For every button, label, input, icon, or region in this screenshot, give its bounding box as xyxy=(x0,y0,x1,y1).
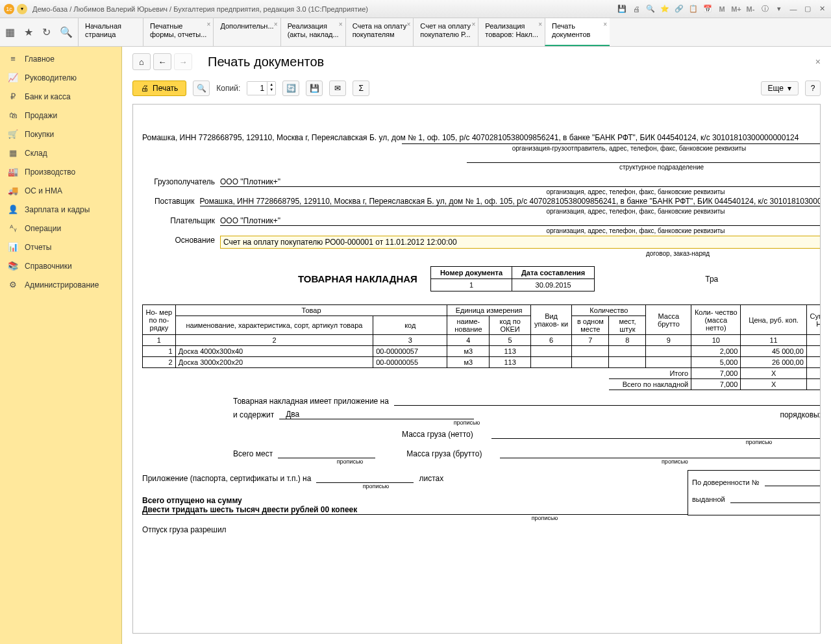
ruble-icon: ₽ xyxy=(8,92,18,101)
preview-button[interactable]: 🔍 xyxy=(193,80,210,96)
titlebar: 1c ▾ Демо-база / Любимов Валерий Юрьевич… xyxy=(0,0,831,18)
page-header: ⌂ ← → Печать документов × xyxy=(122,47,831,77)
gear-icon: ⚙ xyxy=(8,280,18,290)
tab-close-icon[interactable]: × xyxy=(538,21,542,29)
sidebar-item-operations[interactable]: ᴬᵧОперации xyxy=(0,219,121,238)
doc-number: 1 xyxy=(430,279,512,291)
document-area[interactable]: Ут Ромашка, ИНН 7728668795, 129110, Моск… xyxy=(132,104,821,634)
truck-icon: 🚚 xyxy=(8,186,18,195)
save-button[interactable]: 💾 xyxy=(306,80,323,96)
sidebar-item-reports[interactable]: 📊Отчеты xyxy=(0,238,121,256)
sidebar-item-fixed-assets[interactable]: 🚚ОС и НМА xyxy=(0,181,121,200)
tab-invoice-to-buyer[interactable]: ×Счет на оплатупокупателю Р... xyxy=(413,18,478,46)
table-row: 1 Доска 4000х300х40 00-00000057 м3 113 2… xyxy=(143,346,821,357)
dropdown-icon[interactable]: ▾ xyxy=(774,4,784,14)
tab-print-documents[interactable]: ×Печатьдокументов xyxy=(545,18,610,46)
tab-start-page[interactable]: Начальнаястраница xyxy=(78,18,143,46)
sidebar-item-sales[interactable]: 🛍Продажи xyxy=(0,106,121,125)
calc-icon[interactable]: 📋 xyxy=(688,4,699,14)
help-button[interactable]: ? xyxy=(805,80,821,96)
star-icon[interactable]: ★ xyxy=(24,26,33,38)
sidebar-item-label: Операции xyxy=(25,224,61,233)
sidebar-item-main[interactable]: ≡Главное xyxy=(0,49,121,68)
copies-label: Копий: xyxy=(216,84,240,93)
sidebar-item-production[interactable]: 🏭Производство xyxy=(0,162,121,181)
tab-close-icon[interactable]: × xyxy=(274,21,278,29)
window-title: Демо-база / Любимов Валерий Юрьевич / Бу… xyxy=(32,5,368,13)
apps-icon[interactable]: ▦ xyxy=(5,26,15,38)
struct-sublabel: структурное подразделение xyxy=(467,162,821,171)
consignee-value: ООО "Плотник+" xyxy=(220,177,821,187)
page-title: Печать документов xyxy=(208,55,324,69)
minimize-icon[interactable]: — xyxy=(788,4,799,14)
print-icon[interactable]: 🖨 xyxy=(631,4,641,14)
preview-icon[interactable]: 🔍 xyxy=(645,4,656,14)
maximize-icon[interactable]: ▢ xyxy=(802,4,813,14)
search-icon[interactable]: 🔍 xyxy=(60,26,73,38)
goods-table: Но- мер по по- рядку Товар Единица измер… xyxy=(142,304,821,390)
favorite-icon[interactable]: ⭐ xyxy=(660,4,670,14)
proxy-box: По доверенности № выданной кем, xyxy=(688,470,821,515)
printer-icon: 🖨 xyxy=(141,84,149,93)
tab-close-icon[interactable]: × xyxy=(603,21,607,29)
tab-print-forms[interactable]: ×Печатныеформы, отчеты... xyxy=(143,18,213,46)
quick-buttons: ▦ ★ ↻ 🔍 xyxy=(0,18,78,46)
save-icon[interactable]: 💾 xyxy=(617,4,627,14)
m-minus-icon[interactable]: M- xyxy=(745,4,756,14)
sum-button[interactable]: Σ xyxy=(353,80,369,96)
sidebar-item-admin[interactable]: ⚙Администрирование xyxy=(0,275,121,294)
app-logo-icon: 1c xyxy=(4,4,14,14)
tab-realization-goods[interactable]: ×Реализациятоваров: Накл... xyxy=(478,18,545,46)
sidebar-item-label: Производство xyxy=(25,167,75,177)
m-plus-icon[interactable]: M+ xyxy=(731,4,741,14)
m-icon[interactable]: M xyxy=(717,4,727,14)
supplier-value: Ромашка, ИНН 7728668795, 129110, Москва … xyxy=(200,197,821,206)
more-button[interactable]: Еще▾ xyxy=(761,81,799,95)
tab-invoices-to-buyers[interactable]: ×Счета на оплатупокупателям xyxy=(345,18,414,46)
copies-spinner[interactable]: ▲▼ xyxy=(247,81,276,95)
refresh-button[interactable]: 🔄 xyxy=(282,80,299,96)
table-row: 2 Доска 3000х200х20 00-00000055 м3 113 5… xyxy=(143,357,821,368)
copies-input[interactable] xyxy=(247,82,267,95)
info-icon[interactable]: ⓘ xyxy=(760,4,770,14)
tab-additional[interactable]: ×Дополнительн... xyxy=(213,18,280,46)
sidebar-item-bank[interactable]: ₽Банк и касса xyxy=(0,87,121,106)
sidebar-item-references[interactable]: 📚Справочники xyxy=(0,256,121,275)
app-dropdown-icon[interactable]: ▾ xyxy=(17,4,27,14)
sidebar-item-label: Покупки xyxy=(25,130,54,139)
spinner-up-icon[interactable]: ▲ xyxy=(267,82,275,87)
tab-close-icon[interactable]: × xyxy=(471,21,475,29)
bag-icon: 🛍 xyxy=(8,110,18,120)
tab-realization-acts[interactable]: ×Реализация(акты, наклад... xyxy=(280,18,345,46)
sidebar-item-purchases[interactable]: 🛒Покупки xyxy=(0,125,121,143)
sidebar-item-manager[interactable]: 📈Руководителю xyxy=(0,68,121,87)
tab-close-icon[interactable]: × xyxy=(339,21,343,29)
print-button[interactable]: 🖨 Печать xyxy=(132,80,186,96)
calendar-icon[interactable]: 📅 xyxy=(702,4,713,14)
sidebar-item-warehouse[interactable]: ▦Склад xyxy=(0,143,121,162)
back-button[interactable]: ← xyxy=(153,53,171,70)
sidebar-item-hr[interactable]: 👤Зарплата и кадры xyxy=(0,200,121,219)
print-button-label: Печать xyxy=(153,84,178,93)
sidebar-item-label: Зарплата и кадры xyxy=(25,205,90,214)
chart-icon: 📈 xyxy=(8,73,18,82)
titlebar-actions: 💾 🖨 🔍 ⭐ 🔗 📋 📅 M M+ M- ⓘ ▾ — ▢ ✕ xyxy=(617,4,827,14)
tab-close-icon[interactable]: × xyxy=(406,21,410,29)
close-icon[interactable]: ✕ xyxy=(817,4,827,14)
sender-org: Ромашка, ИНН 7728668795, 129110, Москва … xyxy=(142,133,821,142)
home-icon: ≡ xyxy=(8,54,18,64)
basis-value[interactable]: Счет на оплату покупателю РО00-000001 от… xyxy=(220,236,821,249)
spinner-down-icon[interactable]: ▼ xyxy=(267,87,275,92)
supplier-label: Поставщик xyxy=(142,197,200,206)
tab-close-icon[interactable]: × xyxy=(207,21,211,29)
history-icon[interactable]: ↻ xyxy=(42,26,51,38)
payer-label: Плательщик xyxy=(142,216,220,226)
page-close-icon[interactable]: × xyxy=(815,56,821,67)
payer-sublabel: организация, адрес, телефон, факс, банко… xyxy=(415,227,821,234)
chevron-down-icon: ▾ xyxy=(788,84,791,93)
home-button[interactable]: ⌂ xyxy=(132,53,151,70)
forward-button[interactable]: → xyxy=(174,53,192,70)
email-button[interactable]: ✉ xyxy=(329,80,346,96)
link-icon[interactable]: 🔗 xyxy=(674,4,684,14)
sidebar-item-label: ОС и НМА xyxy=(25,186,62,195)
